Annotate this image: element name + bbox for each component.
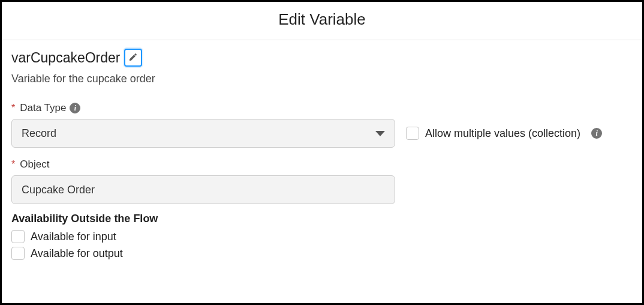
- pencil-icon: [128, 52, 138, 64]
- dialog-content: varCupcakeOrder Variable for the cupcake…: [2, 40, 642, 260]
- object-input[interactable]: Cupcake Order: [11, 175, 395, 204]
- data-type-label-row: * Data Type i: [11, 102, 633, 114]
- data-type-select[interactable]: Record: [11, 119, 395, 148]
- variable-name-row: varCupcakeOrder: [11, 49, 633, 67]
- object-label-row: * Object: [11, 159, 633, 171]
- allow-multiple-checkbox[interactable]: [406, 127, 419, 140]
- available-input-label: Available for input: [31, 231, 116, 243]
- dialog-title: Edit Variable: [278, 10, 366, 28]
- allow-multiple-label: Allow multiple values (collection): [425, 127, 580, 140]
- available-output-label: Available for output: [31, 247, 123, 260]
- object-label: Object: [20, 159, 49, 171]
- info-icon[interactable]: i: [70, 103, 80, 113]
- availability-heading: Availability Outside the Flow: [11, 213, 633, 225]
- required-indicator: *: [11, 159, 15, 170]
- allow-multiple-row: Allow multiple values (collection): [406, 127, 580, 140]
- edit-name-button[interactable]: [124, 49, 142, 67]
- object-value: Cupcake Order: [22, 184, 95, 196]
- chevron-down-icon: [375, 131, 385, 136]
- data-type-row: Record Allow multiple values (collection…: [11, 119, 633, 148]
- variable-description: Variable for the cupcake order: [11, 73, 633, 85]
- data-type-value: Record: [22, 127, 56, 140]
- available-output-checkbox[interactable]: [11, 247, 25, 260]
- dialog-header: Edit Variable: [2, 2, 642, 40]
- required-indicator: *: [11, 103, 15, 113]
- info-icon[interactable]: i: [591, 128, 602, 139]
- available-input-checkbox[interactable]: [11, 230, 25, 243]
- available-input-row: Available for input: [11, 230, 633, 243]
- available-output-row: Available for output: [11, 247, 633, 260]
- data-type-label: Data Type: [20, 102, 66, 114]
- variable-name: varCupcakeOrder: [11, 50, 121, 66]
